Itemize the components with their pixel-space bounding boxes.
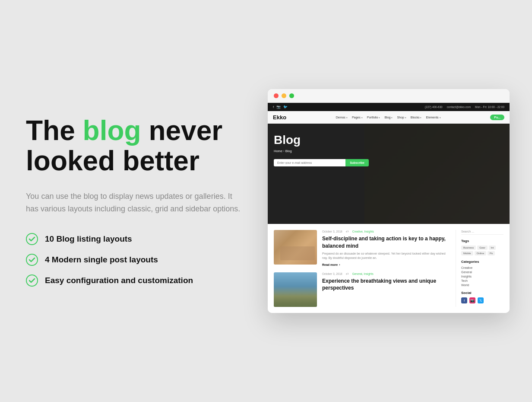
twitter-topbar-icon: 🐦: [283, 105, 288, 109]
headline: The blog never looked better: [26, 115, 268, 176]
headline-part2: never: [141, 115, 223, 146]
nav-elements[interactable]: Elements ▾: [426, 116, 440, 119]
hero-topbar: f 📷 🐦 (227) 400-630 contact@ekko.com Mon…: [268, 103, 510, 111]
cat-tech[interactable]: Tech: [461, 279, 504, 282]
facebook-topbar-icon: f: [273, 105, 274, 109]
post-thumbnail-1: [274, 230, 317, 265]
email-input[interactable]: [274, 159, 345, 166]
topbar-info: (227) 400-630 contact@ekko.com Mon - Fri…: [425, 105, 504, 108]
topbar-hours: Mon - Fri: 10:00 - 22:00: [475, 105, 504, 108]
check-icon-3: [26, 274, 38, 287]
headline-part1: The: [26, 115, 83, 146]
post-image-1: [274, 230, 317, 265]
browser-window: f 📷 🐦 (227) 400-630 contact@ekko.com Mon…: [268, 89, 510, 313]
close-dot: [274, 93, 279, 98]
blog-content: October 3, 2018 🏷 Creative, Insights Sel…: [268, 224, 510, 313]
post-categories-2: General, Insights: [352, 272, 374, 275]
features-list: 10 Blog listing layouts 4 Modern single …: [26, 233, 268, 287]
blog-posts: October 3, 2018 🏷 Creative, Insights Sel…: [274, 230, 456, 306]
minimize-dot: [282, 93, 286, 98]
cat-general[interactable]: General: [461, 271, 504, 274]
tag-int[interactable]: Int: [489, 246, 496, 250]
cat-world[interactable]: World: [461, 284, 504, 287]
fullscreen-dot: [289, 93, 294, 98]
breadcrumb-current: Blog: [285, 149, 292, 153]
tag-gear[interactable]: Gear: [477, 246, 487, 250]
description-text: You can use the blog to display news upd…: [26, 190, 242, 216]
topbar-phone: (227) 400-630: [425, 105, 443, 108]
post-thumbnail-2: [274, 272, 317, 307]
feature-text-1: 10 Blog listing layouts: [45, 234, 132, 244]
browser-bar: [268, 89, 510, 103]
check-icon-1: [26, 233, 38, 245]
tag-business[interactable]: Business: [461, 246, 476, 250]
topbar-email: contact@ekko.com: [447, 105, 471, 108]
cat-creative[interactable]: Creative: [461, 266, 504, 269]
purchase-button[interactable]: Pu...: [490, 115, 504, 120]
cat-insights[interactable]: Insights: [461, 275, 504, 278]
hero-title: Blog: [274, 133, 504, 147]
feature-item-1: 10 Blog listing layouts: [26, 233, 268, 245]
nav-shop[interactable]: Shop ▾: [397, 116, 406, 119]
post-info-2: October 3, 2018 🏷 General, Insights Expe…: [322, 272, 450, 294]
post-info-1: October 3, 2018 🏷 Creative, Insights Sel…: [322, 230, 450, 266]
read-more-1[interactable]: Read more ›: [322, 263, 450, 266]
left-panel: The blog never looked better You can use…: [26, 115, 268, 287]
right-panel: f 📷 🐦 (227) 400-630 contact@ekko.com Mon…: [268, 89, 510, 313]
tags-section-title: Tags: [461, 239, 504, 243]
nav-demos[interactable]: Demos ▾: [336, 116, 348, 119]
feature-item-3: Easy configuration and customization: [26, 274, 268, 287]
subscribe-button[interactable]: Subscribe: [345, 159, 369, 166]
social-section-title: Social: [461, 291, 504, 295]
hero-email-form: Subscribe: [274, 159, 369, 166]
sidebar-search: Search ...: [461, 230, 504, 235]
svg-point-2: [26, 275, 38, 286]
categories-section-title: Categories: [461, 260, 504, 264]
headline-line2: looked better: [26, 145, 200, 176]
blog-sidebar: Search ... Tags Business Gear Int Mobile…: [456, 230, 504, 306]
tags-list: Business Gear Int Mobile Online Po: [461, 246, 504, 255]
instagram-topbar-icon: 📷: [276, 105, 281, 109]
breadcrumb-home: Home: [274, 149, 282, 153]
nav-blocks[interactable]: Blocks ▾: [411, 116, 422, 119]
topbar-social: f 📷 🐦: [273, 105, 288, 109]
instagram-social-icon[interactable]: 📷: [469, 297, 475, 303]
feature-text-2: 4 Modern single post layouts: [45, 255, 158, 265]
hero-content: Blog Home › Blog Subscribe: [268, 124, 510, 174]
tag-po[interactable]: Po: [488, 251, 495, 255]
facebook-social-icon[interactable]: f: [461, 297, 467, 303]
categories-list: Creative General Insights Tech World: [461, 266, 504, 287]
nav-blog[interactable]: Blog ▾: [384, 116, 393, 119]
post-title-2: Experience the breathtaking views and un…: [322, 278, 450, 291]
post-excerpt-1: Prepared do an dissuade be so whatever s…: [322, 252, 450, 261]
post-categories-1: Creative, Insights: [352, 230, 374, 233]
feature-text-3: Easy configuration and customization: [45, 276, 193, 285]
social-row: f 📷 𝕏: [461, 297, 504, 303]
twitter-social-icon[interactable]: 𝕏: [478, 297, 484, 303]
post-date-2: October 3, 2018: [322, 272, 342, 275]
nav-links: Demos ▾ Pages ▾ Portfolio ▾ Blog ▾ Shop …: [336, 116, 441, 119]
post-card-1: October 3, 2018 🏷 Creative, Insights Sel…: [274, 230, 450, 266]
nav-portfolio[interactable]: Portfolio ▾: [367, 116, 380, 119]
post-meta-2: October 3, 2018 🏷 General, Insights: [322, 272, 450, 275]
blog-hero: f 📷 🐦 (227) 400-630 contact@ekko.com Mon…: [268, 103, 510, 224]
post-meta-1: October 3, 2018 🏷 Creative, Insights: [322, 230, 450, 233]
post-title-1: Self-discipline and taking action is key…: [322, 235, 450, 249]
post-date-1: October 3, 2018: [322, 230, 342, 233]
nav-pages[interactable]: Pages ▾: [352, 116, 363, 119]
brand-logo: Ekko: [273, 114, 286, 121]
headline-green: blog: [83, 115, 141, 146]
post-category-icon-2: 🏷: [346, 272, 349, 275]
feature-item-2: 4 Modern single post layouts: [26, 254, 268, 266]
post-card-2: October 3, 2018 🏷 General, Insights Expe…: [274, 272, 450, 307]
tag-mobile[interactable]: Mobile: [461, 251, 473, 255]
svg-point-1: [26, 254, 38, 265]
tag-online[interactable]: Online: [475, 251, 486, 255]
hero-navbar: Ekko Demos ▾ Pages ▾ Portfolio ▾ Blog ▾ …: [268, 111, 510, 124]
svg-point-0: [26, 233, 38, 245]
post-image-2: [274, 272, 317, 307]
hero-breadcrumb: Home › Blog: [274, 149, 504, 153]
check-icon-2: [26, 254, 38, 266]
post-category-icon-1: 🏷: [346, 230, 349, 233]
